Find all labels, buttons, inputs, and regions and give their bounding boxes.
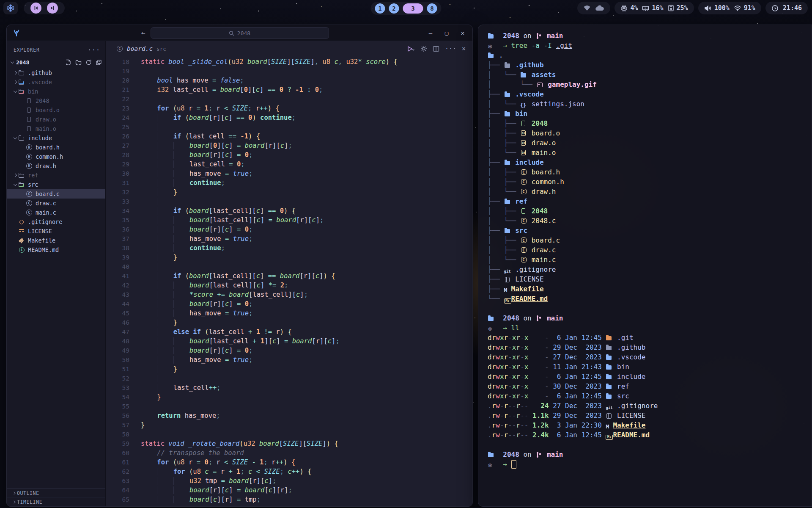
code-line[interactable]: 35 board[last_cell][c] = board[r][c]; bbox=[106, 215, 472, 225]
code-line[interactable]: 55 bbox=[106, 402, 472, 411]
file-row[interactable]: bin bbox=[7, 87, 105, 96]
code-line[interactable]: 18static bool _slide_col(u32 board[SIZE]… bbox=[106, 57, 472, 66]
code-line[interactable]: 51 } bbox=[106, 364, 472, 374]
file-row[interactable]: LICENSE bbox=[7, 226, 105, 236]
refresh-button[interactable] bbox=[85, 59, 92, 66]
code-line[interactable]: 19 bbox=[106, 66, 472, 76]
timeline-panel-header[interactable]: TIMELINE bbox=[7, 497, 105, 506]
terminal-window[interactable]: 2048 on main → tree -a -I .git .├── .git… bbox=[478, 25, 812, 507]
file-row[interactable]: .gitignore bbox=[7, 217, 105, 226]
outline-panel-header[interactable]: OUTLINE bbox=[7, 489, 105, 497]
code-line[interactable]: 46 } bbox=[106, 318, 472, 327]
file-row[interactable]: draw.o bbox=[7, 115, 105, 124]
command-center-search[interactable]: 2048 bbox=[151, 27, 329, 39]
code-line[interactable]: 47 else if (last_cell + 1 != r) { bbox=[106, 327, 472, 337]
file-row[interactable]: Makefile bbox=[7, 236, 105, 245]
more-actions-button[interactable]: ··· bbox=[445, 45, 456, 52]
system-stats-widget[interactable]: 4% 16% 25% bbox=[614, 2, 694, 14]
file-row[interactable]: .vscode bbox=[7, 77, 105, 87]
file-row[interactable]: ref bbox=[7, 171, 105, 180]
file-row[interactable]: draw.c bbox=[7, 199, 105, 208]
media-prev-button[interactable] bbox=[30, 3, 41, 14]
code-line[interactable]: 58 bbox=[106, 430, 472, 439]
split-editor-button[interactable] bbox=[433, 46, 439, 52]
workspace-button[interactable]: 2 bbox=[389, 3, 399, 14]
code-line[interactable]: 65 board[c][r] = tmp; bbox=[106, 495, 472, 504]
media-next-button[interactable] bbox=[47, 3, 58, 14]
code-line[interactable]: 43 *score += board[last_cell][c]; bbox=[106, 290, 472, 299]
code-line[interactable]: 23 for (u8 r = 1; r < SIZE; r++) { bbox=[106, 104, 472, 113]
code-line[interactable]: 32 } bbox=[106, 188, 472, 197]
file-row[interactable]: board.c bbox=[7, 189, 105, 199]
file-row[interactable]: main.c bbox=[7, 208, 105, 217]
new-folder-button[interactable] bbox=[75, 59, 82, 66]
code-line[interactable]: 52 bbox=[106, 374, 472, 383]
code-line[interactable]: 33 bbox=[106, 197, 472, 206]
code-line[interactable]: 38 continue; bbox=[106, 243, 472, 253]
code-line[interactable]: 25 bbox=[106, 122, 472, 132]
nav-back-button[interactable]: ← bbox=[141, 29, 145, 37]
code-line[interactable]: 21 i32 last_cell = board[0][c] == 0 ? -1… bbox=[106, 85, 472, 94]
code-line[interactable]: 63 u32 tmp = board[r][c]; bbox=[106, 476, 472, 486]
code-line[interactable]: 34 if (board[last_cell][c] == 0) { bbox=[106, 206, 472, 215]
code-line[interactable]: 31 continue; bbox=[106, 178, 472, 188]
clock-widget[interactable]: 21:46 bbox=[765, 2, 808, 14]
code-line[interactable]: 49 board[r][c] = 0; bbox=[106, 346, 472, 355]
file-row[interactable]: board.o bbox=[7, 105, 105, 115]
nix-logo-button[interactable] bbox=[3, 2, 18, 14]
collapse-all-button[interactable] bbox=[96, 59, 102, 66]
workspace-button[interactable]: 3 bbox=[403, 3, 423, 14]
code-line[interactable]: 41 if (board[last_cell][c] == board[r][c… bbox=[106, 271, 472, 281]
code-line[interactable]: 64 board[r][c] = board[c][r]; bbox=[106, 486, 472, 495]
code-line[interactable]: 29 last_cell = 0; bbox=[106, 160, 472, 169]
code-area[interactable]: 18static bool _slide_col(u32 board[SIZE]… bbox=[106, 56, 472, 506]
code-line[interactable]: 20 bool has_move = false; bbox=[106, 76, 472, 85]
file-row[interactable]: 2048 bbox=[7, 96, 105, 105]
code-line[interactable]: 59static void _rotate_board(u32 board[SI… bbox=[106, 439, 472, 448]
settings-gear-button[interactable] bbox=[420, 45, 427, 52]
network-widget[interactable] bbox=[577, 2, 610, 14]
file-row[interactable]: README.md bbox=[7, 245, 105, 254]
code-line[interactable]: 62 for (u8 c = r + 1; c < SIZE; c++) { bbox=[106, 467, 472, 476]
code-line[interactable]: 54 } bbox=[106, 392, 472, 402]
code-line[interactable]: 50 has_move = true; bbox=[106, 355, 472, 364]
code-line[interactable]: 28 board[r][c] = 0; bbox=[106, 150, 472, 160]
code-line[interactable]: 24 if (board[r][c] == 0) continue; bbox=[106, 113, 472, 122]
code-line[interactable]: 40 bbox=[106, 262, 472, 271]
file-row[interactable]: .github bbox=[7, 68, 105, 77]
code-line[interactable]: 39 } bbox=[106, 253, 472, 262]
code-line[interactable]: 60 // transpose the board bbox=[106, 448, 472, 458]
code-line[interactable]: 27 board[0][c] = board[r][c]; bbox=[106, 141, 472, 150]
code-line[interactable]: 56 return has_move; bbox=[106, 411, 472, 420]
file-row[interactable]: draw.h bbox=[7, 161, 105, 171]
run-button[interactable] bbox=[407, 46, 415, 52]
code-line[interactable]: 42 board[last_cell][c] *= 2; bbox=[106, 281, 472, 290]
code-line[interactable]: 26 if (last_cell == -1) { bbox=[106, 132, 472, 141]
close-button[interactable]: ✕ bbox=[460, 30, 466, 36]
code-line[interactable]: 45 has_move = true; bbox=[106, 309, 472, 318]
code-line[interactable]: 48 board[last_cell + 1][c] = board[r][c]… bbox=[106, 337, 472, 346]
minimize-button[interactable]: — bbox=[428, 30, 433, 36]
code-line[interactable]: 44 board[r][c] = 0; bbox=[106, 299, 472, 309]
file-row[interactable]: main.o bbox=[7, 124, 105, 133]
explorer-root-header[interactable]: 2048 bbox=[7, 57, 105, 67]
file-row[interactable]: include bbox=[7, 133, 105, 143]
maximize-button[interactable]: ▢ bbox=[444, 30, 450, 36]
code-line[interactable]: 53 last_cell++; bbox=[106, 383, 472, 392]
code-line[interactable]: 30 has_move = true; bbox=[106, 169, 472, 178]
volume-network-widget[interactable]: 100% 91% bbox=[698, 2, 761, 14]
new-file-button[interactable] bbox=[65, 59, 71, 66]
close-tab-button[interactable]: × bbox=[462, 45, 466, 52]
workspace-button[interactable]: 1 bbox=[375, 3, 385, 14]
code-line[interactable]: 57} bbox=[106, 420, 472, 430]
workspace-button[interactable]: 8 bbox=[427, 3, 437, 14]
file-row[interactable]: common.h bbox=[7, 152, 105, 161]
tab-filename[interactable]: board.c bbox=[127, 45, 153, 52]
explorer-more-button[interactable]: ··· bbox=[88, 46, 100, 54]
code-line[interactable]: 37 has_move = true; bbox=[106, 234, 472, 243]
file-row[interactable]: src bbox=[7, 180, 105, 189]
code-line[interactable]: 36 board[r][c] = 0; bbox=[106, 225, 472, 234]
file-row[interactable]: board.h bbox=[7, 143, 105, 152]
code-line[interactable]: 61 for (u8 r = 0; r < SIZE - 1; r++) { bbox=[106, 458, 472, 467]
code-line[interactable]: 22 bbox=[106, 94, 472, 104]
